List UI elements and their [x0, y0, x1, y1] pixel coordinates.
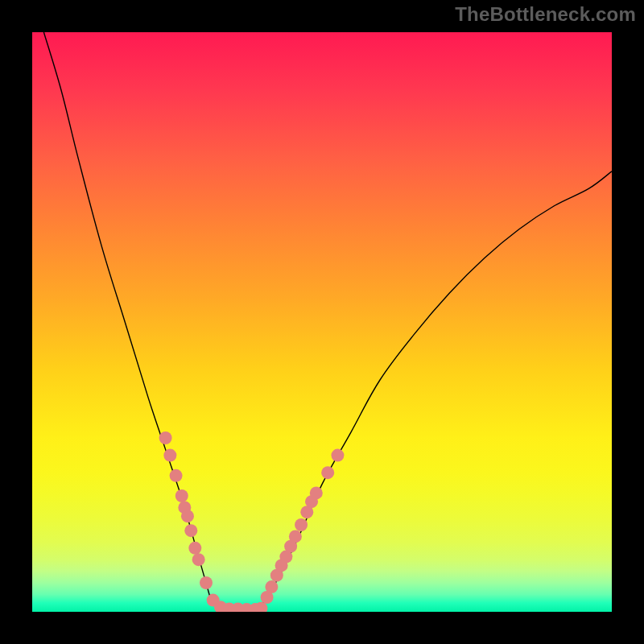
- data-point: [310, 486, 323, 499]
- data-point: [200, 576, 213, 589]
- data-point: [192, 553, 205, 566]
- watermark-text: TheBottleneck.com: [455, 3, 636, 26]
- data-point: [289, 530, 302, 543]
- data-points-layer: [32, 32, 612, 612]
- data-point: [163, 449, 176, 462]
- data-point: [170, 469, 183, 482]
- data-point: [159, 431, 172, 444]
- data-point: [295, 518, 308, 531]
- data-point: [265, 580, 278, 593]
- data-point: [175, 489, 188, 502]
- data-point: [188, 542, 201, 555]
- data-point: [331, 449, 344, 462]
- data-point: [181, 510, 194, 522]
- data-point: [184, 524, 197, 537]
- plot-area: [32, 32, 612, 612]
- data-point: [321, 466, 334, 479]
- chart-stage: TheBottleneck.com: [0, 0, 644, 644]
